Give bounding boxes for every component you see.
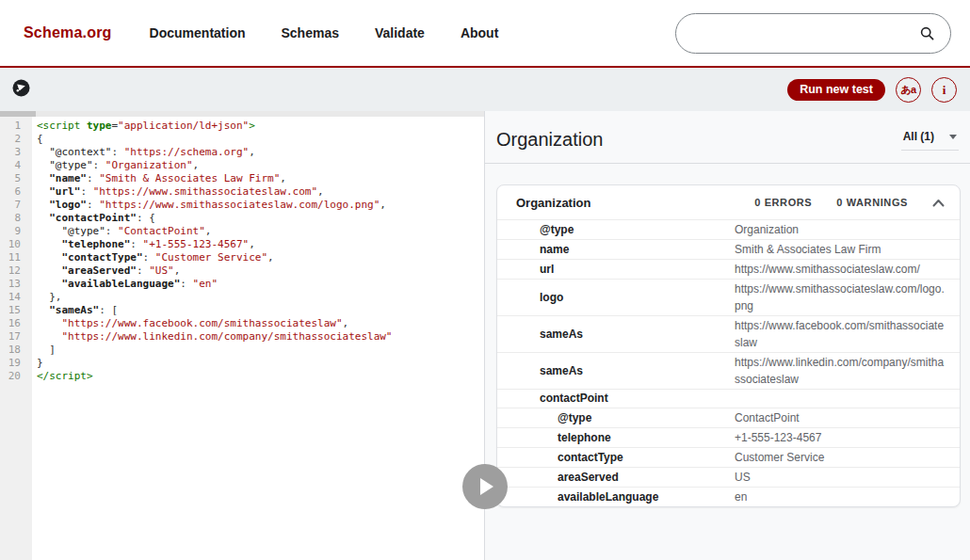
result-row[interactable]: contactTypeCustomer Service xyxy=(497,448,960,468)
code-line[interactable]: 3 "@context": "https://schema.org", xyxy=(0,146,484,159)
header: Schema.org Documentation Schemas Validat… xyxy=(0,0,970,66)
line-number: 9 xyxy=(0,225,28,238)
nav-documentation[interactable]: Documentation xyxy=(150,25,246,40)
code-line[interactable]: 11 "contactType": "Customer Service", xyxy=(0,251,484,264)
line-number: 14 xyxy=(0,291,28,304)
play-button[interactable] xyxy=(462,464,508,509)
line-number: 3 xyxy=(0,146,28,159)
info-icon-glyph: i xyxy=(943,84,946,96)
result-row[interactable]: sameAshttps://www.facebook.com/smithasso… xyxy=(497,316,960,353)
code-line[interactable]: 2{ xyxy=(0,133,484,146)
warnings-count: 0 WARNINGS xyxy=(836,197,908,208)
globe-icon xyxy=(11,78,31,102)
code-line[interactable]: 15 "sameAs": [ xyxy=(0,304,484,317)
result-row[interactable]: availableLanguageen xyxy=(497,488,960,506)
property-value: https://www.smithassociateslaw.com/ xyxy=(735,261,948,278)
nav-validate[interactable]: Validate xyxy=(375,25,425,40)
property-name: sameAs xyxy=(540,363,735,379)
property-value: https://www.facebook.com/smithassociates… xyxy=(735,317,948,351)
property-value: Customer Service xyxy=(735,449,948,466)
code-line[interactable]: 12 "areaServed": "US", xyxy=(0,264,484,278)
code-line[interactable]: 5 "name": "Smith & Associates Law Firm", xyxy=(0,172,484,185)
line-number: 18 xyxy=(0,344,28,357)
caret-down-icon xyxy=(949,135,957,139)
results-panel: Organization All (1) Organization 0 ERRO… xyxy=(485,111,970,560)
property-name: telephone xyxy=(540,430,735,446)
property-name: areaServed xyxy=(540,470,735,486)
result-row[interactable]: telephone+1-555-123-4567 xyxy=(497,428,960,448)
result-row[interactable]: nameSmith & Associates Law Firm xyxy=(497,240,960,260)
code-line[interactable]: 13 "availableLanguage": "en" xyxy=(0,278,484,291)
property-value: https://www.smithassociateslaw.com/logo.… xyxy=(735,280,948,314)
property-value: Smith & Associates Law Firm xyxy=(735,241,948,258)
code-line[interactable]: 6 "url": "https://www.smithassociateslaw… xyxy=(0,185,484,199)
result-row[interactable]: @typeContactPoint xyxy=(497,408,960,428)
code-line[interactable]: 8 "contactPoint": { xyxy=(0,212,484,225)
page: Schema.org Documentation Schemas Validat… xyxy=(0,0,970,560)
property-value: US xyxy=(735,469,948,486)
errors-count: 0 ERRORS xyxy=(754,197,812,208)
result-row[interactable]: logohttps://www.smithassociateslaw.com/l… xyxy=(497,280,960,316)
line-number: 12 xyxy=(0,264,28,278)
schema-org-logo[interactable]: Schema.org xyxy=(24,24,112,41)
line-number: 4 xyxy=(0,159,28,172)
property-value: +1-555-123-4567 xyxy=(735,429,948,446)
search-box[interactable] xyxy=(675,13,951,54)
code-lines: 1<script type="application/ld+json">2{3 … xyxy=(0,117,484,383)
search-input[interactable] xyxy=(693,14,919,53)
code-line[interactable]: 14 }, xyxy=(0,291,484,304)
line-number: 5 xyxy=(0,172,28,185)
code-line[interactable]: 20</script> xyxy=(0,370,484,383)
line-number: 13 xyxy=(0,278,28,291)
property-name: availableLanguage xyxy=(540,489,735,505)
filter-select-value: All (1) xyxy=(903,130,934,143)
property-name: contactPoint xyxy=(540,391,735,407)
code-line[interactable]: 17 "https://www.linkedin.com/company/smi… xyxy=(0,330,484,344)
result-row[interactable]: contactPoint xyxy=(497,390,960,408)
property-value: https://www.linkedin.com/company/smithas… xyxy=(735,354,948,388)
line-number: 11 xyxy=(0,251,28,264)
result-row[interactable]: sameAshttps://www.linkedin.com/company/s… xyxy=(497,353,960,390)
line-number: 2 xyxy=(0,133,28,146)
search-icon[interactable] xyxy=(919,25,935,41)
result-row[interactable]: @typeOrganization xyxy=(497,220,960,240)
nav-about[interactable]: About xyxy=(461,25,498,40)
property-name: sameAs xyxy=(540,327,735,343)
info-icon[interactable]: i xyxy=(931,77,957,103)
line-number: 1 xyxy=(0,120,28,133)
property-name: @type xyxy=(540,222,735,238)
property-name: name xyxy=(540,242,735,258)
toolbar: Run new test あa i xyxy=(0,68,970,111)
result-row[interactable]: areaServedUS xyxy=(497,468,960,488)
code-line[interactable]: 10 "telephone": "+1-555-123-4567", xyxy=(0,238,484,251)
code-line[interactable]: 16 "https://www.facebook.com/smithassoci… xyxy=(0,317,484,330)
toolbar-actions: Run new test あa i xyxy=(787,77,957,103)
chevron-up-icon[interactable] xyxy=(932,199,945,207)
filter-select[interactable]: All (1) xyxy=(901,128,959,151)
property-value: Organization xyxy=(735,221,948,238)
language-icon[interactable]: あa xyxy=(896,77,921,103)
code-line[interactable]: 1<script type="application/ld+json"> xyxy=(0,120,484,133)
code-line[interactable]: 9 "@type": "ContactPoint", xyxy=(0,225,484,238)
line-number: 20 xyxy=(0,370,28,383)
entity-type-title: Organization xyxy=(496,129,603,151)
code-line[interactable]: 7 "logo": "https://www.smithassociatesla… xyxy=(0,199,484,212)
run-new-test-button[interactable]: Run new test xyxy=(787,79,885,101)
result-card: Organization 0 ERRORS 0 WARNINGS @typeOr… xyxy=(496,184,961,507)
line-number: 7 xyxy=(0,199,28,212)
nav-schemas[interactable]: Schemas xyxy=(281,25,338,40)
results-divider xyxy=(485,163,970,164)
result-card-header[interactable]: Organization 0 ERRORS 0 WARNINGS xyxy=(497,185,960,220)
result-rows: @typeOrganizationnameSmith & Associates … xyxy=(497,220,960,506)
property-name: contactType xyxy=(540,450,735,466)
code-line[interactable]: 18 ] xyxy=(0,344,484,357)
code-line[interactable]: 19} xyxy=(0,357,484,370)
code-line[interactable]: 4 "@type": "Organization", xyxy=(0,159,484,172)
property-name: url xyxy=(540,262,735,278)
code-editor[interactable]: 1<script type="application/ld+json">2{3 … xyxy=(0,111,485,560)
line-number: 17 xyxy=(0,330,28,344)
line-number: 8 xyxy=(0,212,28,225)
result-card-stats: 0 ERRORS 0 WARNINGS xyxy=(754,197,945,208)
results-header: Organization All (1) xyxy=(485,111,970,151)
result-row[interactable]: urlhttps://www.smithassociateslaw.com/ xyxy=(497,260,960,280)
